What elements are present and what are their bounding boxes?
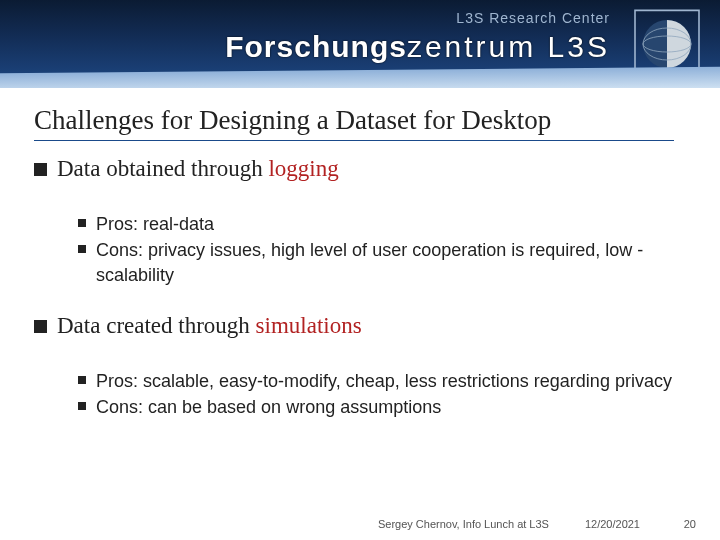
subbullet-text: Cons: privacy issues, high level of user… [96, 238, 686, 287]
bullet-level1: Data created through simulations [34, 313, 686, 339]
small-square-bullet-icon [78, 402, 86, 410]
subbullet-group: Pros: scalable, easy-to-modify, cheap, l… [78, 369, 686, 420]
bullet-highlight: simulations [256, 313, 362, 338]
footer-page-number: 20 [676, 518, 696, 530]
title-underline [34, 140, 674, 141]
square-bullet-icon [34, 163, 47, 176]
subbullet-group: Pros: real-data Cons: privacy issues, hi… [78, 212, 686, 287]
footer-author: Sergey Chernov, Info Lunch at L3S [378, 518, 549, 530]
small-square-bullet-icon [78, 219, 86, 227]
bullet-level2: Cons: privacy issues, high level of user… [78, 238, 686, 287]
footer-date: 12/20/2021 [585, 518, 640, 530]
bullet-text: Data obtained through logging [57, 156, 339, 182]
subbullet-text: Cons: can be based on wrong assumptions [96, 395, 441, 419]
header-banner: L3S Research Center Forschungszentrum L3… [0, 0, 720, 88]
brand-title-suffix: zentrum L3S [407, 30, 610, 63]
bullet-level1: Data obtained through logging [34, 156, 686, 182]
slide-footer: Sergey Chernov, Info Lunch at L3S 12/20/… [0, 518, 696, 530]
slide-title: Challenges for Designing a Dataset for D… [34, 105, 551, 136]
bullet-level2: Cons: can be based on wrong assumptions [78, 395, 686, 419]
small-square-bullet-icon [78, 376, 86, 384]
bullet-lead: Data created through [57, 313, 256, 338]
subbullet-text: Pros: real-data [96, 212, 214, 236]
bullet-text: Data created through simulations [57, 313, 362, 339]
small-square-bullet-icon [78, 245, 86, 253]
bullet-lead: Data obtained through [57, 156, 268, 181]
bullet-level2: Pros: scalable, easy-to-modify, cheap, l… [78, 369, 686, 393]
brand-title: Forschungszentrum L3S [225, 30, 610, 64]
brand-subtitle: L3S Research Center [456, 10, 610, 26]
bullet-highlight: logging [268, 156, 338, 181]
slide: L3S Research Center Forschungszentrum L3… [0, 0, 720, 540]
square-bullet-icon [34, 320, 47, 333]
slide-body: Data obtained through logging Pros: real… [34, 150, 686, 421]
brand-title-prefix: Forschungs [225, 30, 407, 63]
bullet-level2: Pros: real-data [78, 212, 686, 236]
subbullet-text: Pros: scalable, easy-to-modify, cheap, l… [96, 369, 672, 393]
l3s-logo-icon [622, 4, 712, 84]
